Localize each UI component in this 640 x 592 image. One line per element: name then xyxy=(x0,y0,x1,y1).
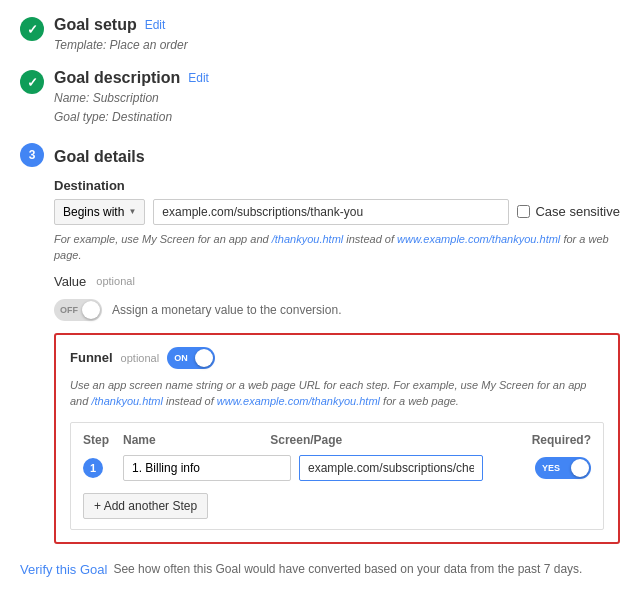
header-screen-page: Screen/Page xyxy=(270,433,491,447)
header-required: Required? xyxy=(491,433,591,447)
funnel-hint-1: Use an app screen name string or a web p… xyxy=(70,379,478,391)
name-value: Subscription xyxy=(93,91,159,105)
goal-description-title: Goal description xyxy=(54,69,180,87)
funnel-hint-4: for a web page. xyxy=(383,395,459,407)
required-toggle-cell: YES xyxy=(491,457,591,479)
funnel-toggle[interactable]: ON xyxy=(167,347,215,369)
value-row: Value optional xyxy=(54,274,620,289)
funnel-toggle-label: ON xyxy=(174,353,188,363)
goal-details-title-row: Goal details xyxy=(54,148,620,166)
goal-type-row: Goal type: Destination xyxy=(54,108,620,127)
goal-details-content: Goal details Destination Begins with Cas… xyxy=(54,148,620,544)
case-sensitive-row: Case sensitive xyxy=(517,204,620,219)
header-step: Step xyxy=(83,433,123,447)
funnel-hint: Use an app screen name string or a web p… xyxy=(70,377,604,410)
goal-description-check-icon xyxy=(20,70,44,94)
toggle-off-label: OFF xyxy=(60,305,78,315)
funnel-hint-3: instead of xyxy=(166,395,214,407)
goal-details-number: 3 xyxy=(29,148,36,162)
funnel-box: Funnel optional ON Use an app screen nam… xyxy=(54,333,620,544)
toggle-off-knob xyxy=(82,301,100,319)
value-label: Value xyxy=(54,274,86,289)
template-value: Place an order xyxy=(110,38,188,52)
type-value: Destination xyxy=(112,110,172,124)
steps-header: Step Name Screen/Page Required? xyxy=(83,433,591,447)
step-num-circle: 1 xyxy=(83,458,103,478)
goal-name-row: Name: Subscription xyxy=(54,89,620,108)
goal-setup-section: Goal setup Edit Template: Place an order xyxy=(20,16,620,55)
yes-toggle-knob xyxy=(571,459,589,477)
goal-description-title-row: Goal description Edit xyxy=(54,69,620,87)
funnel-optional: optional xyxy=(121,352,160,364)
steps-table: Step Name Screen/Page Required? 1 xyxy=(70,422,604,530)
template-label: Template: xyxy=(54,38,106,52)
goal-setup-check-icon xyxy=(20,17,44,41)
value-toggle[interactable]: OFF xyxy=(54,299,102,321)
goal-description-edit-link[interactable]: Edit xyxy=(188,71,209,85)
case-sensitive-label: Case sensitive xyxy=(535,204,620,219)
funnel-hint-thankyou: /thankyou.html xyxy=(91,395,163,407)
goal-details-title: Goal details xyxy=(54,148,145,166)
goal-description-meta: Name: Subscription Goal type: Destinatio… xyxy=(54,89,620,127)
header-name: Name xyxy=(123,433,270,447)
verify-goal-link[interactable]: Verify this Goal xyxy=(20,562,107,577)
hint-text-2: for an app and xyxy=(198,233,269,245)
hint-text-3: instead of xyxy=(346,233,394,245)
name-label: Name: xyxy=(54,91,89,105)
value-hint-text: Assign a monetary value to the conversio… xyxy=(112,303,341,317)
value-toggle-row: OFF Assign a monetary value to the conve… xyxy=(54,299,620,321)
funnel-hint-my-screen: My Screen xyxy=(481,379,534,391)
goal-setup-meta: Template: Place an order xyxy=(54,36,620,55)
funnel-toggle-knob xyxy=(195,349,213,367)
funnel-label: Funnel xyxy=(70,350,113,365)
hint-text-1: For example, use xyxy=(54,233,139,245)
step-name-input[interactable] xyxy=(123,455,291,481)
step-number-cell: 1 xyxy=(83,458,123,478)
table-row: 1 YES xyxy=(83,455,591,481)
goal-setup-title-row: Goal setup Edit xyxy=(54,16,620,34)
hint-thankyou: /thankyou.html xyxy=(272,233,344,245)
value-optional: optional xyxy=(96,275,135,287)
verify-row: Verify this Goal See how often this Goal… xyxy=(20,562,620,577)
step-page-input[interactable] xyxy=(299,455,483,481)
begins-with-dropdown[interactable]: Begins with xyxy=(54,199,145,225)
verify-description: See how often this Goal would have conve… xyxy=(113,562,582,576)
goal-setup-title: Goal setup xyxy=(54,16,137,34)
destination-row: Begins with Case sensitive xyxy=(54,199,620,225)
goal-setup-edit-link[interactable]: Edit xyxy=(145,18,166,32)
goal-description-content: Goal description Edit Name: Subscription… xyxy=(54,69,620,127)
hint-url: www.example.com/thankyou.html xyxy=(397,233,560,245)
case-sensitive-checkbox[interactable] xyxy=(517,205,530,218)
funnel-hint-url: www.example.com/thankyou.html xyxy=(217,395,380,407)
goal-description-section: Goal description Edit Name: Subscription… xyxy=(20,69,620,127)
add-step-button[interactable]: + Add another Step xyxy=(83,493,208,519)
required-yes-toggle[interactable]: YES xyxy=(535,457,591,479)
step-num-value: 1 xyxy=(90,462,96,474)
destination-input[interactable] xyxy=(153,199,509,225)
yes-toggle-label: YES xyxy=(542,463,560,473)
funnel-title-row: Funnel optional ON xyxy=(70,347,604,369)
destination-hint: For example, use My Screen for an app an… xyxy=(54,231,620,264)
goal-setup-content: Goal setup Edit Template: Place an order xyxy=(54,16,620,55)
type-label: Goal type: xyxy=(54,110,109,124)
destination-label: Destination xyxy=(54,178,620,193)
goal-details-number-icon: 3 xyxy=(20,143,44,167)
goal-details-section: 3 Goal details Destination Begins with C… xyxy=(20,142,620,544)
hint-my-screen: My Screen xyxy=(142,233,195,245)
